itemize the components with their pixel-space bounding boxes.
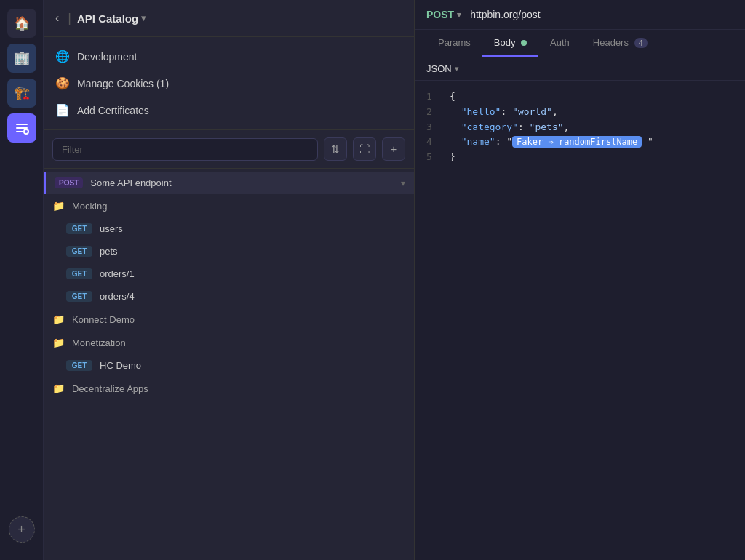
chevron-down-icon: ▾ [401, 178, 405, 188]
folder-decentralize-apps[interactable]: 📁 Decentralize Apps [44, 377, 414, 400]
cookie-icon: 🍪 [55, 76, 70, 90]
folder-icon-3: 📁 [52, 337, 65, 348]
method-badge-get-5: GET [66, 360, 92, 371]
tab-params[interactable]: Params [426, 30, 482, 57]
tab-headers[interactable]: Headers 4 [581, 30, 659, 57]
catalog-chevron-icon: ▾ [141, 13, 146, 23]
active-tool-button[interactable] [7, 113, 36, 143]
code-line-3: "category": "pets", [450, 120, 733, 135]
line-numbers: 1 2 3 4 5 [426, 89, 432, 165]
folder-mocking[interactable]: 📁 Mocking [44, 194, 414, 217]
body-format-selector[interactable]: JSON ▾ [426, 63, 459, 74]
home-button[interactable]: 🏠 [7, 9, 36, 38]
body-toolbar: JSON ▾ [415, 57, 745, 81]
method-label: POST [426, 9, 454, 20]
certificate-icon: 📄 [55, 103, 70, 117]
code-line-1: { [450, 89, 733, 105]
endpoint-list: POST Some API endpoint ▾ 📁 Mocking GET u… [44, 169, 414, 560]
menu-item-development[interactable]: 🌐 Development [44, 43, 414, 70]
menu-item-certificates[interactable]: 📄 Add Certificates [44, 97, 414, 124]
filter-input[interactable] [52, 138, 318, 161]
main-panel: ‹ | API Catalog ▾ 🌐 Development 🍪 Manage… [44, 0, 745, 560]
method-badge-get: GET [66, 223, 92, 234]
folder-icon-2: 📁 [52, 313, 65, 325]
folder-icon-4: 📁 [52, 383, 65, 394]
body-active-indicator [521, 40, 527, 46]
catalog-menu: 🌐 Development 🍪 Manage Cookies (1) 📄 Add… [44, 37, 414, 130]
endpoint-orders-1[interactable]: GET orders/1 [44, 263, 414, 285]
add-workspace-button[interactable]: + [9, 516, 35, 543]
expand-button[interactable]: ⛶ [353, 137, 376, 161]
format-chevron-icon: ▾ [455, 64, 459, 73]
catalog-header: ‹ | API Catalog ▾ [44, 0, 414, 37]
method-badge-get-3: GET [66, 268, 92, 279]
method-badge-get-4: GET [66, 291, 92, 302]
request-bar: POST ▾ httpbin.org/post [415, 0, 745, 30]
tabs-bar: Params Body Auth Headers 4 [415, 30, 745, 57]
endpoint-pets[interactable]: GET pets [44, 240, 414, 263]
code-line-2: "hello": "world", [450, 105, 733, 120]
collection-button-2[interactable]: 🏗️ [7, 79, 36, 108]
code-line-5: } [450, 150, 733, 165]
endpoint-hc-demo[interactable]: GET HC Demo [44, 354, 414, 377]
collection-button-1[interactable]: 🏢 [7, 44, 36, 73]
code-editor[interactable]: 1 2 3 4 5 { "hello": "world", "category"… [415, 81, 745, 560]
folder-konnect-demo[interactable]: 📁 Konnect Demo [44, 308, 414, 331]
catalog-title: API Catalog ▾ [77, 12, 146, 25]
headers-badge: 4 [634, 38, 648, 48]
code-line-4: "name": "Faker ⇒ randomFirstName " [450, 135, 733, 150]
method-selector[interactable]: POST ▾ [426, 9, 461, 20]
endpoint-orders-4[interactable]: GET orders/4 [44, 285, 414, 308]
right-panel: POST ▾ httpbin.org/post Params Body Auth… [415, 0, 745, 560]
folder-monetization[interactable]: 📁 Monetization [44, 331, 414, 354]
add-endpoint-button[interactable]: + [382, 137, 405, 161]
catalog-sidebar: ‹ | API Catalog ▾ 🌐 Development 🍪 Manage… [44, 0, 415, 560]
svg-point-0 [24, 129, 28, 134]
sort-button[interactable]: ⇅ [324, 137, 347, 161]
method-chevron-icon: ▾ [457, 10, 461, 20]
url-display: httpbin.org/post [470, 9, 733, 20]
menu-item-cookies[interactable]: 🍪 Manage Cookies (1) [44, 70, 414, 97]
endpoint-some-api[interactable]: POST Some API endpoint ▾ [44, 172, 414, 194]
faker-tag: Faker ⇒ randomFirstName [512, 136, 642, 148]
globe-icon: 🌐 [55, 49, 70, 63]
tab-body[interactable]: Body [482, 30, 538, 57]
filter-bar: ⇅ ⛶ + [44, 130, 414, 169]
tab-auth[interactable]: Auth [538, 30, 581, 57]
endpoint-users[interactable]: GET users [44, 217, 414, 240]
method-badge-post: POST [55, 177, 83, 188]
method-badge-get-2: GET [66, 246, 92, 257]
sidebar-icons: 🏠 🏢 🏗️ + [0, 0, 44, 560]
back-button[interactable]: ‹ [52, 10, 62, 26]
folder-icon: 📁 [52, 200, 65, 212]
code-content: { "hello": "world", "category": "pets", … [450, 89, 733, 165]
